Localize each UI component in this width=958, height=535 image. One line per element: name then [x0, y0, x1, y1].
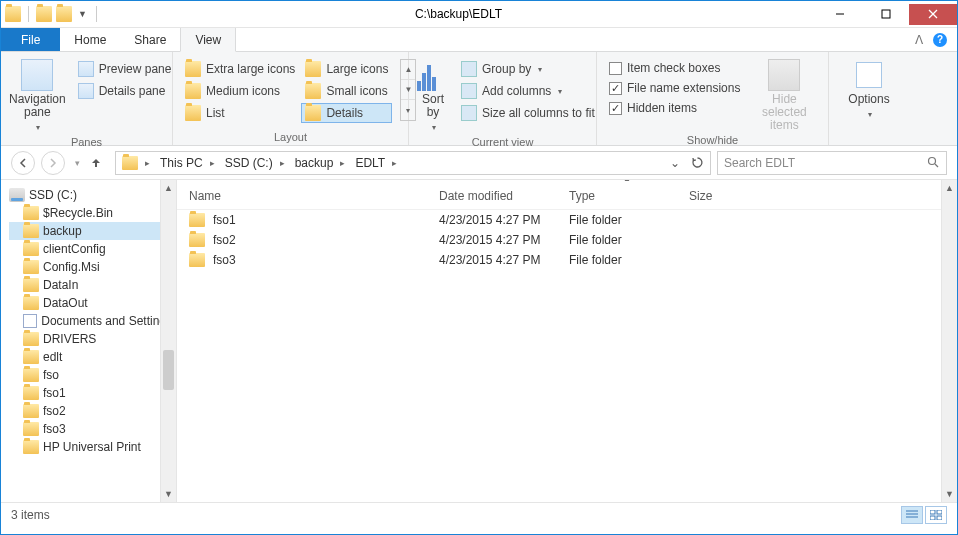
content-area: SSD (C:)$Recycle.BinbackupclientConfigCo… [1, 180, 957, 502]
tree-root[interactable]: SSD (C:) [9, 186, 176, 204]
col-size[interactable]: Size [689, 189, 769, 203]
layout-medium[interactable]: Medium icons [181, 81, 299, 101]
group-showhide-label: Show/hide [605, 132, 820, 148]
layout-small[interactable]: Small icons [301, 81, 392, 101]
hidden-items-toggle[interactable]: Hidden items [605, 99, 744, 117]
tree-item[interactable]: edlt [9, 348, 176, 366]
tree-item[interactable]: DRIVERS [9, 330, 176, 348]
title-bar: ▼ C:\backup\EDLT [1, 1, 957, 28]
tree-item[interactable]: Documents and Settings [9, 312, 176, 330]
add-columns-button[interactable]: Add columns▾ [457, 81, 599, 101]
svg-point-4 [929, 158, 936, 165]
tree-item[interactable]: DataIn [9, 276, 176, 294]
tree-item[interactable]: Config.Msi [9, 258, 176, 276]
svg-rect-1 [882, 10, 890, 18]
layout-extra-large[interactable]: Extra large icons [181, 59, 299, 79]
back-button[interactable] [11, 151, 35, 175]
menu-file[interactable]: File [1, 28, 60, 51]
qat-properties-icon[interactable] [36, 6, 52, 22]
menu-view[interactable]: View [180, 28, 236, 52]
breadcrumb-seg: EDLT▸ [351, 156, 403, 170]
ribbon: Navigation pane ▾ Preview pane Details p… [1, 52, 957, 146]
item-checkboxes-toggle[interactable]: Item check boxes [605, 59, 744, 77]
file-ext-toggle[interactable]: File name extensions [605, 79, 744, 97]
ribbon-collapse-icon[interactable]: ᐱ [915, 33, 923, 47]
tree-item[interactable]: clientConfig [9, 240, 176, 258]
window-title: C:\backup\EDLT [100, 7, 817, 21]
tree-item[interactable]: fso1 [9, 384, 176, 402]
search-placeholder: Search EDLT [724, 156, 795, 170]
menu-bar: File Home Share View ᐱ ? [1, 28, 957, 52]
search-box[interactable]: Search EDLT [717, 151, 947, 175]
status-count: 3 items [11, 508, 50, 522]
navigation-pane-label: Navigation pane [9, 93, 66, 119]
layout-large[interactable]: Large icons [301, 59, 392, 79]
tree-scrollbar[interactable]: ▲▼ [160, 180, 176, 502]
search-icon [927, 156, 940, 169]
breadcrumb-seg: SSD (C:)▸ [221, 156, 291, 170]
address-icon [122, 156, 138, 170]
size-columns-button[interactable]: Size all columns to fit [457, 103, 599, 123]
details-pane-button[interactable]: Details pane [74, 81, 176, 101]
qat-newfolder-icon[interactable] [56, 6, 72, 22]
tree-pane: SSD (C:)$Recycle.BinbackupclientConfigCo… [1, 180, 177, 502]
tree-item[interactable]: HP Universal Print [9, 438, 176, 456]
group-layout-label: Layout [181, 129, 400, 145]
table-row[interactable]: fso34/23/2015 4:27 PMFile folder [189, 250, 945, 270]
qat-dropdown[interactable]: ▼ [76, 9, 89, 19]
options-button[interactable]: Options▾ [837, 56, 901, 121]
preview-pane-button[interactable]: Preview pane [74, 59, 176, 79]
tree-item[interactable]: fso3 [9, 420, 176, 438]
tree-item[interactable]: $Recycle.Bin [9, 204, 176, 222]
address-bar[interactable]: ▸ This PC▸ SSD (C:)▸ backup▸ EDLT▸ ⌄ [115, 151, 711, 175]
close-button[interactable] [909, 4, 957, 25]
tree-item[interactable]: fso [9, 366, 176, 384]
help-icon[interactable]: ? [933, 33, 947, 47]
svg-rect-12 [937, 516, 942, 520]
table-row[interactable]: fso24/23/2015 4:27 PMFile folder [189, 230, 945, 250]
group-panes-label: Panes [9, 134, 164, 150]
status-bar: 3 items [1, 502, 957, 526]
maximize-button[interactable] [863, 4, 909, 25]
group-currentview-label: Current view [417, 134, 588, 150]
address-dropdown[interactable]: ⌄ [664, 152, 686, 174]
layout-list[interactable]: List [181, 103, 299, 123]
layout-details[interactable]: Details [301, 103, 392, 123]
menu-share[interactable]: Share [120, 28, 180, 51]
table-row[interactable]: fso14/23/2015 4:27 PMFile folder [189, 210, 945, 230]
hide-selected-button[interactable]: Hide selected items [752, 56, 816, 132]
navigation-pane-button[interactable]: Navigation pane ▾ [9, 56, 66, 134]
col-name[interactable]: Name [189, 189, 439, 203]
up-button[interactable] [89, 156, 109, 170]
col-modified[interactable]: Date modified [439, 189, 569, 203]
forward-button[interactable] [41, 151, 65, 175]
tree-item[interactable]: fso2 [9, 402, 176, 420]
svg-rect-9 [930, 510, 935, 514]
navigation-bar: ▾ ▸ This PC▸ SSD (C:)▸ backup▸ EDLT▸ ⌄ S… [1, 146, 957, 180]
svg-line-5 [935, 164, 938, 167]
group-by-button[interactable]: Group by▾ [457, 59, 599, 79]
sort-by-button[interactable]: Sort by▾ [417, 56, 449, 134]
minimize-button[interactable] [817, 4, 863, 25]
view-details-button[interactable] [901, 506, 923, 524]
tree-item[interactable]: DataOut [9, 294, 176, 312]
breadcrumb-seg: backup▸ [291, 156, 352, 170]
svg-rect-11 [930, 516, 935, 520]
tree-item[interactable]: backup [9, 222, 176, 240]
file-list: ▲ Name Date modified Type Size fso14/23/… [177, 180, 957, 502]
view-icons-button[interactable] [925, 506, 947, 524]
svg-rect-10 [937, 510, 942, 514]
refresh-button[interactable] [686, 152, 708, 174]
breadcrumb-seg: This PC▸ [156, 156, 221, 170]
list-scrollbar[interactable]: ▲▼ [941, 180, 957, 502]
recent-dropdown[interactable]: ▾ [71, 153, 83, 173]
window-icon [5, 6, 21, 22]
menu-home[interactable]: Home [60, 28, 120, 51]
col-type[interactable]: Type [569, 189, 689, 203]
